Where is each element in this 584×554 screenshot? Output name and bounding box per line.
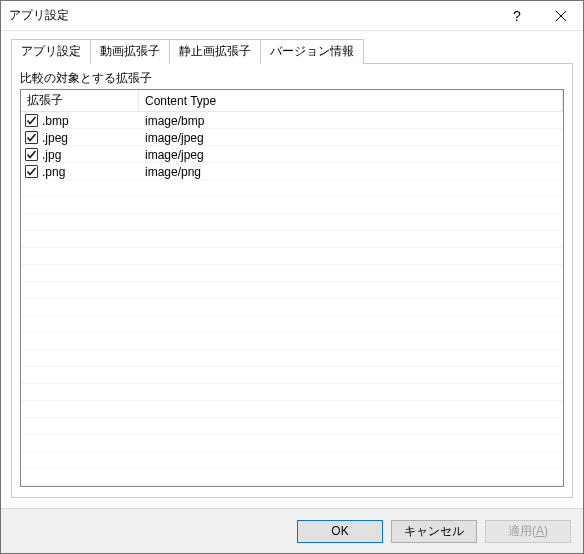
list-body: .bmpimage/bmp.jpegimage/jpeg.jpgimage/jp… [21, 112, 563, 486]
ext-label: .png [42, 165, 65, 179]
button-bar: OK キャンセル 適用(A) [1, 508, 583, 553]
table-row[interactable]: .pngimage/png [21, 163, 563, 180]
check-icon [26, 166, 37, 177]
cell-content-type: image/jpeg [139, 131, 563, 145]
ext-label: .jpeg [42, 131, 68, 145]
ext-label: .jpg [42, 148, 61, 162]
list-rows: .bmpimage/bmp.jpegimage/jpeg.jpgimage/jp… [21, 112, 563, 180]
help-button[interactable]: ? [495, 1, 539, 30]
checkbox[interactable] [25, 131, 38, 144]
tab-image-ext[interactable]: 静止画拡張子 [169, 39, 261, 64]
extension-list: 拡張子 Content Type .bmpimage/bmp.jpegimage… [20, 89, 564, 487]
tab-video-ext[interactable]: 動画拡張子 [90, 39, 170, 64]
ok-button[interactable]: OK [297, 520, 383, 543]
close-button[interactable] [539, 1, 583, 30]
table-row[interactable]: .jpgimage/jpeg [21, 146, 563, 163]
tab-app-settings[interactable]: アプリ設定 [11, 39, 91, 64]
apply-label-prefix: 適用( [508, 523, 536, 540]
apply-label-suffix: ) [544, 524, 548, 538]
tab-panel: 比較の対象とする拡張子 拡張子 Content Type .bmpimage/b… [11, 63, 573, 498]
checkbox[interactable] [25, 148, 38, 161]
cell-content-type: image/png [139, 165, 563, 179]
content-area: アプリ設定 動画拡張子 静止画拡張子 バージョン情報 比較の対象とする拡張子 拡… [1, 31, 583, 508]
check-icon [26, 132, 37, 143]
table-row[interactable]: .bmpimage/bmp [21, 112, 563, 129]
tab-version[interactable]: バージョン情報 [260, 39, 364, 64]
check-icon [26, 149, 37, 160]
check-icon [26, 115, 37, 126]
apply-access-key: A [536, 524, 544, 538]
cell-ext: .jpeg [21, 131, 139, 145]
cell-content-type: image/bmp [139, 114, 563, 128]
cell-ext: .png [21, 165, 139, 179]
group-title: 比較の対象とする拡張子 [20, 70, 564, 87]
window-title: アプリ設定 [9, 7, 495, 24]
close-icon [556, 11, 566, 21]
table-row[interactable]: .jpegimage/jpeg [21, 129, 563, 146]
column-ct-header[interactable]: Content Type [139, 90, 563, 111]
list-header: 拡張子 Content Type [21, 90, 563, 112]
cell-content-type: image/jpeg [139, 148, 563, 162]
title-bar: アプリ設定 ? [1, 1, 583, 31]
checkbox[interactable] [25, 114, 38, 127]
column-ext-header[interactable]: 拡張子 [21, 90, 139, 111]
checkbox[interactable] [25, 165, 38, 178]
ext-label: .bmp [42, 114, 69, 128]
cancel-button[interactable]: キャンセル [391, 520, 477, 543]
tab-strip: アプリ設定 動画拡張子 静止画拡張子 バージョン情報 [11, 38, 573, 63]
cell-ext: .jpg [21, 148, 139, 162]
apply-button: 適用(A) [485, 520, 571, 543]
cell-ext: .bmp [21, 114, 139, 128]
